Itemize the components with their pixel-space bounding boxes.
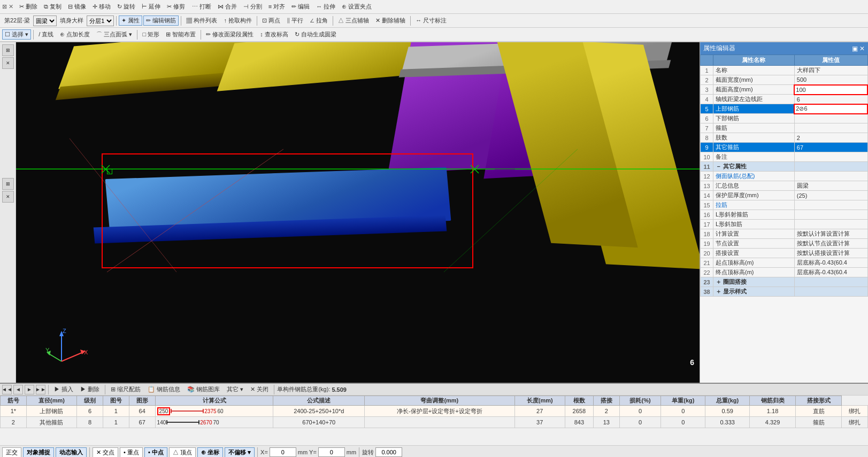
- prop-value[interactable]: 层底标高-0.43(60.4: [794, 268, 867, 277]
- left-tool-4[interactable]: ✕: [2, 191, 14, 203]
- other-btn[interactable]: 其它 ▾: [224, 384, 246, 394]
- rebar-desc[interactable]: 净长-保护层+设定弯折+设定弯折: [365, 406, 515, 417]
- line-btn[interactable]: / 直线: [36, 29, 56, 40]
- layer-dropdown[interactable]: 分层1: [87, 16, 114, 26]
- rotate-input[interactable]: [375, 447, 402, 457]
- three-aux-btn[interactable]: △ 三点辅轴: [335, 16, 372, 26]
- rebar-formula[interactable]: 670+140+70: [273, 417, 365, 428]
- edit-rebar-btn[interactable]: ✏ 编辑钢筋: [143, 16, 179, 26]
- endpoint-btn[interactable]: • 重点: [120, 447, 143, 458]
- parallel-btn[interactable]: ∥ 平行: [284, 16, 306, 26]
- rebar-grade[interactable]: 1: [103, 417, 129, 428]
- nav-prev-btn[interactable]: ◄: [13, 385, 23, 394]
- rebar-bend[interactable]: 27: [514, 406, 565, 417]
- midpoint-btn[interactable]: • 中点: [144, 447, 167, 458]
- nav-next-btn[interactable]: ►: [25, 385, 34, 394]
- copy-btn[interactable]: ⧉ 复制: [41, 2, 64, 12]
- prop-value[interactable]: 2⊘6: [794, 104, 867, 114]
- rebar-num[interactable]: 2: [1, 417, 27, 428]
- rebar-unit-wt[interactable]: 0.59: [705, 406, 750, 417]
- capture-btn[interactable]: 对象捕捉: [23, 447, 54, 458]
- left-tool-2[interactable]: ✕: [2, 57, 14, 69]
- rebar-joint[interactable]: 绑扎: [841, 417, 867, 428]
- nav-last-btn[interactable]: ►►: [36, 385, 45, 394]
- rebar-category[interactable]: 直筋: [796, 406, 842, 417]
- drag-btn[interactable]: ↔ 拉伸: [313, 2, 338, 12]
- take-component-btn[interactable]: ↑ 抢取构件: [221, 16, 255, 26]
- prop-value[interactable]: 500: [794, 75, 867, 85]
- dim-mark-btn[interactable]: ↔ 尺寸标注: [413, 16, 449, 26]
- rebar-bend[interactable]: 37: [514, 417, 565, 428]
- auto-gen-btn[interactable]: ↻ 自动生成圆梁: [292, 29, 339, 40]
- rebar-overlap[interactable]: 0: [619, 417, 661, 428]
- select-btn[interactable]: ☐ 选择 ▾: [2, 29, 31, 40]
- prop-value[interactable]: 67: [794, 143, 867, 152]
- rebar-shape[interactable]: 250 2375 60: [155, 406, 273, 417]
- rebar-shape[interactable]: 140 2670 70: [155, 417, 273, 428]
- rebar-loss[interactable]: 0: [661, 417, 705, 428]
- addpoint-btn[interactable]: ⊕ 点加长度: [57, 29, 93, 40]
- rebar-desc[interactable]: [365, 417, 515, 428]
- prop-value[interactable]: 6: [794, 95, 867, 104]
- break-btn[interactable]: ⋯ 打断: [189, 2, 214, 12]
- nav-first-btn[interactable]: ◄◄: [2, 385, 12, 394]
- rebar-name[interactable]: 上部钢筋: [26, 406, 76, 417]
- dynamic-input-btn[interactable]: 动态输入: [56, 447, 87, 458]
- rebar-delete-btn[interactable]: ▶ 删除: [78, 384, 102, 394]
- intersection-btn[interactable]: ✕ 交点: [93, 447, 118, 458]
- three-arc-btn[interactable]: ⌒ 三点面弧 ▾: [94, 29, 135, 40]
- split-btn[interactable]: ⊣ 分割: [241, 2, 265, 12]
- prop-value[interactable]: 100: [794, 85, 867, 95]
- del-aux-btn[interactable]: ✕ 删除辅轴: [373, 16, 408, 26]
- align-btn[interactable]: ≡ 对齐: [266, 2, 288, 12]
- rebar-length[interactable]: 843: [565, 417, 593, 428]
- delete-btn[interactable]: ✂ 删除: [17, 2, 40, 12]
- rect-btn[interactable]: □ 矩形: [140, 29, 162, 40]
- edit-btn[interactable]: ✏ 编辑: [289, 2, 312, 12]
- rebar-lib-btn[interactable]: 📚 钢筋图库: [185, 384, 222, 394]
- rebar-formula[interactable]: 2400-25+250+10*d: [273, 406, 365, 417]
- rebar-grade[interactable]: 1: [103, 406, 129, 417]
- rebar-info-btn[interactable]: 📋 钢筋信息: [145, 384, 183, 394]
- setpoint-btn[interactable]: ⊕ 设置夹点: [339, 2, 374, 12]
- rebar-total-wt[interactable]: 1.18: [750, 406, 796, 417]
- rebar-name[interactable]: 其他箍筋: [26, 417, 76, 428]
- 3d-viewport[interactable]: 5: [16, 42, 700, 383]
- rebar-overlap[interactable]: 0: [619, 406, 661, 417]
- rebar-count[interactable]: 13: [593, 417, 619, 428]
- prop-value[interactable]: (25): [794, 191, 867, 200]
- ortho-btn[interactable]: 正交: [2, 447, 21, 458]
- window-controls[interactable]: ⊠ ✕: [2, 3, 13, 10]
- left-tool-3[interactable]: ⊠: [2, 178, 14, 190]
- rebar-joint[interactable]: 绑扎: [841, 406, 867, 417]
- smart-place-btn[interactable]: ⊞ 智能布置: [163, 29, 198, 40]
- rebar-loss[interactable]: 0: [661, 406, 705, 417]
- y-input[interactable]: [318, 447, 345, 457]
- coord-btn[interactable]: ⊕ 坐标: [197, 447, 223, 458]
- prop-value[interactable]: 按默认搭接设置计算: [794, 249, 867, 258]
- prop-value[interactable]: 按默认节点设置计算: [794, 239, 867, 249]
- x-input[interactable]: [270, 447, 296, 457]
- rebar-diameter[interactable]: 6: [77, 406, 103, 417]
- scale-rebar-btn[interactable]: ⊞ 缩尺配筋: [108, 384, 143, 394]
- rebar-length[interactable]: 2658: [565, 406, 593, 417]
- rebar-category[interactable]: 箍筋: [796, 417, 842, 428]
- merge-btn[interactable]: ⋈ 合并: [215, 2, 240, 12]
- prop-value[interactable]: 按默认计算设置计算: [794, 229, 867, 239]
- rebar-count[interactable]: 2: [593, 406, 619, 417]
- component-list-btn[interactable]: ▦ 构件列表: [183, 16, 220, 26]
- rotate-btn[interactable]: ↻ 旋转: [114, 2, 138, 12]
- corner-btn[interactable]: ∠ 拉角: [307, 16, 331, 26]
- insert-btn[interactable]: ▶ 插入: [51, 384, 76, 394]
- prop-value[interactable]: 2: [794, 133, 867, 143]
- rebar-unit-wt[interactable]: 0.333: [705, 417, 750, 428]
- property-pin-btn[interactable]: ▣ ✕: [852, 45, 865, 52]
- rebar-fig-num[interactable]: 64: [129, 406, 155, 417]
- type-dropdown[interactable]: 圆梁: [33, 16, 57, 26]
- extend-btn[interactable]: ⊢ 延伸: [139, 2, 163, 12]
- no-move-btn[interactable]: 不偏移 ▾: [225, 447, 255, 458]
- two-points-btn[interactable]: ⊡ 两点: [259, 16, 283, 26]
- close-btn[interactable]: ✕ 关闭: [248, 384, 271, 394]
- prop-value[interactable]: 圆梁: [794, 181, 867, 191]
- mirror-btn[interactable]: ⊟ 镜像: [65, 2, 89, 12]
